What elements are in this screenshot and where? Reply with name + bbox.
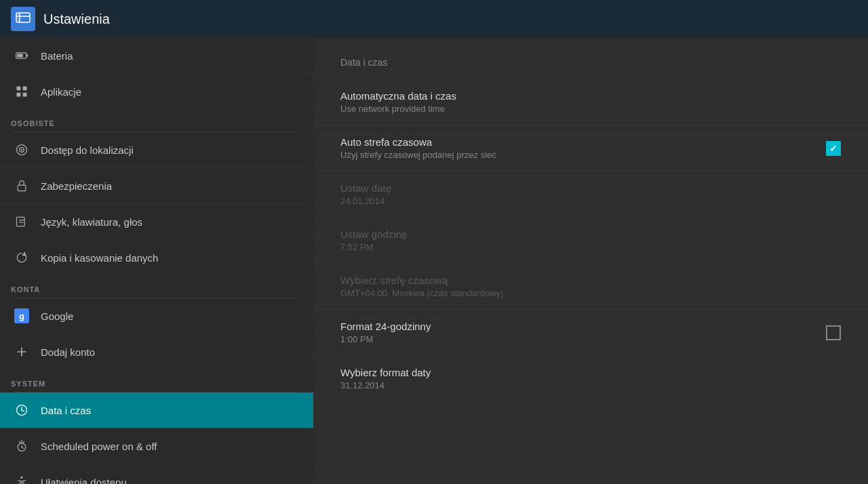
sidebar-label-kopia: Kopia i kasowanie danych (41, 252, 158, 264)
setting-subtitle-format-24: 1:00 PM (340, 334, 826, 344)
svg-point-15 (21, 149, 23, 151)
setting-text-date-format: Wybierz format daty 31.12.2014 (340, 367, 841, 390)
sidebar-item-bateria[interactable]: Bateria (0, 38, 313, 74)
accessibility-icon (14, 474, 30, 484)
setting-title-set-time: Ustaw godzinę (340, 228, 841, 240)
setting-text-timezone: Wybierz strefę czasową GMT+04:00, Moskwa… (340, 275, 841, 298)
setting-subtitle-timezone: GMT+04:00, Moskwa (czas standardowy) (340, 288, 841, 298)
location-icon (14, 142, 30, 158)
sidebar: Bateria Aplikacje OSOBISTE Dostęp do lok… (0, 38, 313, 484)
svg-rect-10 (23, 87, 27, 91)
setting-row-timezone: Wybierz strefę czasową GMT+04:00, Moskwa… (313, 263, 868, 309)
apps-icon (14, 83, 30, 100)
sidebar-item-kopia[interactable]: Kopia i kasowanie danych (0, 240, 313, 276)
setting-subtitle-auto-timezone: Użyj strefy czasowej podanej przez sieć (340, 150, 826, 160)
sidebar-label-data-i-czas: Data i czas (41, 405, 91, 416)
setting-title-auto-date: Automatyczna data i czas (340, 90, 841, 102)
language-icon (14, 214, 30, 230)
svg-line-22 (22, 410, 24, 411)
setting-title-timezone: Wybierz strefę czasową (340, 275, 841, 286)
setting-text-set-time: Ustaw godzinę 7:52 PM (340, 228, 841, 252)
svg-point-3 (18, 14, 19, 16)
setting-row-auto-date[interactable]: Automatyczna data i czas Use network pro… (313, 79, 868, 125)
svg-rect-8 (17, 54, 22, 58)
svg-rect-16 (18, 185, 26, 190)
svg-rect-17 (17, 217, 25, 226)
svg-point-26 (20, 477, 22, 479)
sidebar-item-lokalizacja[interactable]: Dostęp do lokalizacji (0, 132, 313, 168)
setting-row-set-time: Ustaw godzinę 7:52 PM (313, 217, 868, 263)
sidebar-item-scheduled-power[interactable]: Scheduled power on & off (0, 428, 313, 464)
sidebar-item-dodaj-konto[interactable]: Dodaj konto (0, 334, 313, 370)
content-section-title: Data i czas (313, 38, 868, 79)
sidebar-item-google[interactable]: g Google (0, 298, 313, 334)
setting-subtitle-date-format: 31.12.2014 (340, 380, 841, 390)
svg-rect-11 (17, 93, 21, 97)
app-icon (11, 7, 35, 31)
sidebar-label-aplikacje: Aplikacje (41, 86, 81, 98)
security-icon (14, 178, 30, 194)
checkbox-auto-timezone[interactable] (826, 141, 841, 156)
setting-subtitle-auto-date: Use network provided time (340, 104, 841, 114)
setting-title-date-format: Wybierz format daty (340, 367, 841, 378)
section-label-osobiste: OSOBISTE (0, 110, 313, 132)
google-icon: g (14, 308, 30, 324)
svg-point-4 (18, 18, 19, 19)
checkbox-format-24[interactable] (826, 325, 841, 340)
sidebar-label-ulatwienia: Ułatwienia dostępu (41, 477, 127, 485)
sidebar-label-google: Google (41, 310, 73, 322)
section-label-konta: KONTA (0, 276, 313, 298)
sidebar-item-aplikacje[interactable]: Aplikacje (0, 74, 313, 110)
topbar: Ustawienia (0, 0, 868, 38)
backup-icon (14, 249, 30, 266)
setting-row-date-format[interactable]: Wybierz format daty 31.12.2014 (313, 355, 868, 401)
sidebar-item-ulatwienia[interactable]: Ułatwienia dostępu (0, 464, 313, 484)
setting-text-auto-timezone: Auto strefa czasowa Użyj strefy czasowej… (340, 136, 826, 160)
setting-title-set-date: Ustaw datę (340, 182, 841, 194)
sidebar-label-bateria: Bateria (41, 50, 73, 62)
svg-rect-7 (26, 54, 28, 56)
add-icon (14, 344, 30, 360)
setting-text-format-24: Format 24-godzinny 1:00 PM (340, 321, 826, 344)
battery-icon (14, 47, 30, 64)
sidebar-label-dodaj-konto: Dodaj konto (41, 346, 95, 358)
svg-point-5 (18, 20, 19, 22)
setting-subtitle-set-time: 7:52 PM (340, 242, 841, 252)
sidebar-label-zabezpieczenia: Zabezpieczenia (41, 180, 112, 192)
app-title: Ustawienia (43, 12, 110, 27)
datetime-icon (14, 402, 30, 418)
sidebar-label-scheduled-power: Scheduled power on & off (41, 441, 157, 452)
sidebar-item-jezyk[interactable]: Język, klawiatura, głos (0, 204, 313, 240)
setting-title-format-24: Format 24-godzinny (340, 321, 826, 332)
setting-subtitle-set-date: 24.01.2014 (340, 196, 841, 206)
content-panel: Data i czas Automatyczna data i czas Use… (313, 38, 868, 484)
setting-row-format-24[interactable]: Format 24-godzinny 1:00 PM (313, 309, 868, 355)
sidebar-label-jezyk: Język, klawiatura, głos (41, 216, 142, 228)
sidebar-item-data-i-czas[interactable]: Data i czas (0, 392, 313, 428)
svg-line-25 (22, 447, 24, 449)
svg-rect-12 (23, 93, 27, 97)
section-label-system: SYSTEM (0, 370, 313, 392)
svg-rect-9 (17, 87, 21, 91)
setting-row-set-date: Ustaw datę 24.01.2014 (313, 171, 868, 217)
setting-title-auto-timezone: Auto strefa czasowa (340, 136, 826, 148)
setting-row-auto-timezone[interactable]: Auto strefa czasowa Użyj strefy czasowej… (313, 125, 868, 171)
sidebar-label-lokalizacja: Dostęp do lokalizacji (41, 144, 134, 156)
setting-text-set-date: Ustaw datę 24.01.2014 (340, 182, 841, 206)
scheduled-power-icon (14, 438, 30, 454)
setting-text-auto-date: Automatyczna data i czas Use network pro… (340, 90, 841, 114)
sidebar-item-zabezpieczenia[interactable]: Zabezpieczenia (0, 168, 313, 204)
